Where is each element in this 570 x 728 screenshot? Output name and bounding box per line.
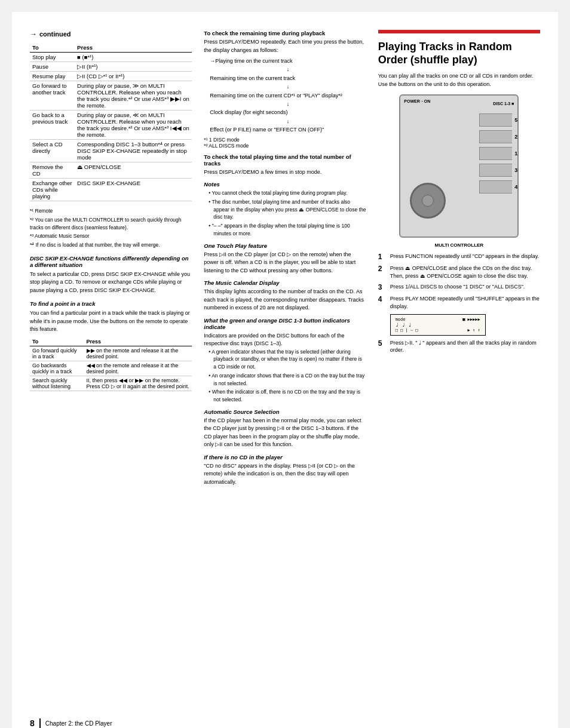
flow-item: ↓ — [210, 100, 366, 108]
remaining-time-section: To check the remaining time during playb… — [204, 30, 366, 149]
notes-section: Notes You cannot check the total playing… — [204, 181, 366, 238]
sub-table-cell-press: ◀◀ on the remote and release it at the d… — [84, 361, 192, 376]
step-text: Press ⏏ OPEN/CLOSE and place the CDs on … — [390, 265, 540, 279]
flow-item: Effect (or P FILE) name or "EFFECT ON (O… — [210, 125, 366, 134]
table-cell-to: Stop play — [30, 53, 75, 62]
table-cell-to: Select a CD directly — [30, 140, 75, 162]
shuffle-display-box: mode■ ▶▶▶▶▶♩ ♩ ♩□ □ | — □▶ ↑ ↑ — [390, 314, 486, 336]
arrow-icon: → — [30, 30, 37, 38]
table-cell-press: During play or pause, ≪ on MULTI CONTROL… — [75, 110, 192, 140]
footnote-3: *³ Automatic Music Sensor — [30, 232, 192, 240]
music-calendar-section: The Music Calendar Display This display … — [204, 279, 366, 312]
col-press-header: Press — [75, 43, 192, 53]
no-cd-body: "CD no dISC" appears in the display. Pre… — [204, 462, 366, 487]
footer-separator — [39, 718, 41, 728]
step-number: 3 — [378, 283, 387, 291]
table-row: Go back to a previous trackDuring play o… — [30, 110, 192, 140]
footer-chapter: Chapter 2: the CD Player — [45, 720, 112, 727]
find-point-body: You can find a particular point in a tra… — [30, 309, 192, 334]
step-item: 5Press ▷II. " ♩ " appears and then all t… — [378, 339, 540, 354]
step-number: 5 — [378, 339, 387, 348]
flow-item: ↓ — [210, 65, 366, 73]
disc-slot-4: 4 — [479, 180, 517, 193]
flow-item: →Playing time on the current track — [210, 57, 366, 65]
table-cell-press: ⏏ OPEN/CLOSE — [75, 162, 192, 179]
sub-table-row: Search quickly without listeningII, then… — [30, 376, 192, 391]
disc-slot-5: 5 — [479, 113, 517, 127]
continued-label: continued — [39, 30, 71, 38]
one-touch-title: One Touch Play feature — [204, 242, 366, 249]
table-cell-press: ■ (■*¹) — [75, 53, 192, 62]
list-item: The disc number, total playing time and … — [209, 198, 366, 221]
sub-table-cell-to: Search quickly without listening — [30, 376, 84, 391]
column-2: To check the remaining time during playb… — [204, 30, 366, 722]
table-row: Resume play▷II (CD ▷*¹ or II*¹) — [30, 72, 192, 81]
list-item: "– –" appears in the display when the to… — [209, 222, 366, 238]
auto-source-section: Automatic Source Selection If the CD pla… — [204, 408, 366, 449]
sub-table-row: Go backwards quickly in a track◀◀ on the… — [30, 361, 192, 376]
step-item: 1Press FUNCTION repeatedly until "CD" ap… — [378, 253, 540, 261]
disc-slot-3: 3 — [479, 164, 517, 177]
flow-item: ↓ — [210, 82, 366, 91]
main-table: To Press Stop play■ (■*¹)Pause▷II (II*¹)… — [30, 43, 192, 201]
disc-3-num: 3 — [514, 167, 517, 173]
sub-col-press-header: Press — [84, 337, 192, 346]
remaining-time-title: To check the remaining time during playb… — [204, 30, 366, 36]
notes-list: You cannot check the total playing time … — [204, 189, 366, 238]
music-calendar-body: This display lights according to the num… — [204, 288, 366, 312]
table-cell-press: During play or pause, ≫ on MULTI CONTROL… — [75, 81, 192, 110]
sub-table-cell-to: Go forward quickly in a track — [30, 346, 84, 361]
page: → continued To Press Stop play■ (■*¹)Pau… — [12, 12, 558, 728]
auto-source-body: If the CD player has been in the normal … — [204, 417, 366, 449]
table-cell-press: Corresponding DISC 1–3 button*⁴ or press… — [75, 140, 192, 162]
table-cell-to: Exchange other CDs while playing — [30, 179, 75, 201]
section-body: You can play all the tracks on one CD or… — [378, 72, 540, 88]
step-text: Press FUNCTION repeatedly until "CD" app… — [390, 253, 539, 260]
list-item: A green indicator shows that the tray is… — [209, 348, 366, 371]
power-on-label: POWER→ON — [404, 99, 430, 103]
sub-table: To Press Go forward quickly in a track▶▶… — [30, 337, 192, 391]
page-number: 8 — [30, 718, 35, 728]
page-footer: 8 Chapter 2: the CD Player — [30, 718, 112, 728]
step-text: Press PLAY MODE repeatedly until "SHUFFL… — [390, 295, 540, 310]
total-time-body: Press DISPLAY/DEMO a few times in stop m… — [204, 168, 366, 177]
section-title: Playing Tracks in Random Order (shuffle … — [378, 41, 540, 66]
sub-table-cell-press: ▶▶ on the remote and release it at the d… — [84, 346, 192, 361]
flow-item: Remaining time on the current track — [210, 74, 366, 82]
step-item: 4Press PLAY MODE repeatedly until "SHUFF… — [378, 295, 540, 310]
table-cell-to: Resume play — [30, 72, 75, 81]
sub-col-to-header: To — [30, 337, 84, 346]
flow-item: Remaining time on the current CD*¹ or "P… — [210, 91, 366, 100]
table-row: Remove the CD⏏ OPEN/CLOSE — [30, 162, 192, 179]
disc-skip-body: To select a particular CD, press DISC SK… — [30, 271, 192, 295]
table-row: Select a CD directlyCorresponding DISC 1… — [30, 140, 192, 162]
table-row: Exchange other CDs while playingDISC SKI… — [30, 179, 192, 201]
steps-container: 1Press FUNCTION repeatedly until "CD" ap… — [378, 253, 540, 354]
column-3: Playing Tracks in Random Order (shuffle … — [378, 30, 540, 722]
table-cell-press: ▷II (II*¹) — [75, 62, 192, 72]
footnote-disc-2: *² ALL DISCS mode — [204, 143, 366, 149]
disc-4-num: 4 — [514, 184, 517, 190]
list-item: When the indicator is off, there is no C… — [209, 388, 366, 404]
disc-label: DISC 1-3 ■ — [493, 102, 514, 106]
playback-flow: →Playing time on the current track↓Remai… — [204, 57, 366, 134]
flow-item: ↓ — [210, 117, 366, 125]
table-cell-press: ▷II (CD ▷*¹ or II*¹) — [75, 72, 192, 81]
disc-skip-title: DISC SKIP EX-CHANGE functions differentl… — [30, 255, 192, 268]
table-cell-to: Go back to a previous track — [30, 110, 75, 140]
disc-2-num: 2 — [514, 134, 517, 140]
one-touch-body: Press ▷II on the CD player (or CD ▷ on t… — [204, 251, 366, 275]
sub-table-cell-to: Go backwards quickly in a track — [30, 361, 84, 376]
controller-wheel — [410, 183, 446, 219]
footnote-1: *¹ Remote — [30, 207, 192, 215]
total-time-title: To check the total playing time and the … — [204, 153, 366, 167]
list-item: An orange indicator shows that there is … — [209, 372, 366, 388]
multi-controller-label: MULTI CONTROLLER — [378, 242, 540, 248]
green-orange-section: What the green and orange DISC 1-3 butto… — [204, 317, 366, 404]
disc-slots: 5 2 1 3 4 — [479, 113, 517, 193]
table-cell-to: Go forward to another track — [30, 81, 75, 110]
flow-item: Clock display (for eight seconds) — [210, 108, 366, 116]
step-item: 3Press 1/ALL DISCS to choose "1 DISC" or… — [378, 283, 540, 291]
table-row: Stop play■ (■*¹) — [30, 53, 192, 62]
step-item: 2Press ⏏ OPEN/CLOSE and place the CDs on… — [378, 265, 540, 279]
